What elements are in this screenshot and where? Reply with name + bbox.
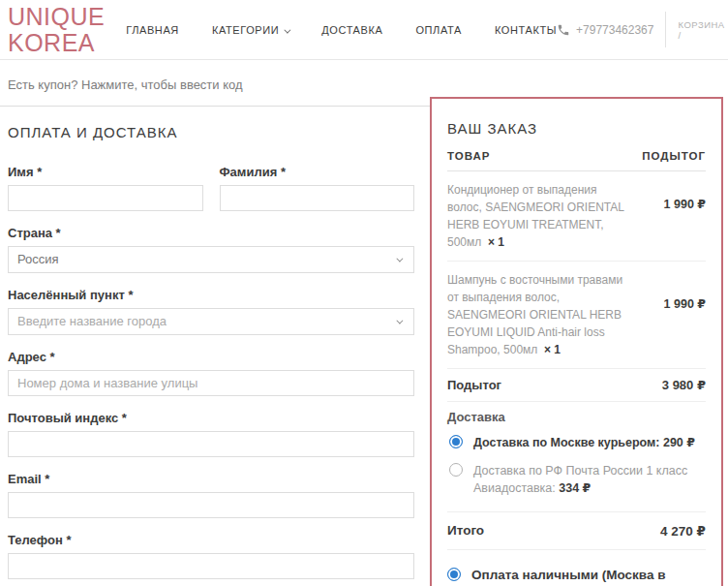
total-value: 4 270 ₽ <box>660 523 706 539</box>
nav-item-delivery[interactable]: ДОСТАВКА <box>321 24 382 36</box>
shipping-price: 290 ₽ <box>663 436 695 449</box>
email-label: Email * <box>8 472 414 486</box>
main-nav: ГЛАВНАЯ КАТЕГОРИИ ДОСТАВКА ОПЛАТА КОНТАК… <box>126 24 557 36</box>
site-logo[interactable]: UNIQUE KOREA <box>8 4 105 55</box>
col-subtotal: ПОДЫТОГ <box>642 150 706 162</box>
subtotal-label: Подытог <box>447 378 501 392</box>
field-last-name: Фамилия * <box>220 165 415 211</box>
order-item-qty: × 1 <box>544 343 561 356</box>
chevron-down-icon <box>396 318 403 324</box>
total-row: Итого 4 270 ₽ <box>447 512 706 550</box>
order-item: Шампунь с восточными травами от выпадени… <box>447 262 706 369</box>
radio-checked-icon[interactable] <box>449 435 463 448</box>
billing-title: ОПЛАТА И ДОСТАВКА <box>8 124 414 140</box>
shipping-option-post[interactable]: Доставка по РФ Почта России 1 класс Авиа… <box>447 456 706 502</box>
order-item-name: Кондиционер от выпадения волос, SAENGMEO… <box>447 181 626 251</box>
field-postcode: Почтовый индекс * <box>8 411 414 457</box>
coupon-notice: Есть купон? Нажмите, чтобы ввести код <box>0 60 431 107</box>
radio-checked-icon[interactable] <box>447 568 461 581</box>
city-placeholder: Введите название города <box>17 314 167 328</box>
phone-number[interactable]: +79773462367 <box>576 23 653 37</box>
total-label: Итого <box>447 523 484 539</box>
order-item: Кондиционер от выпадения волос, SAENGMEO… <box>447 171 706 262</box>
address-input[interactable] <box>8 370 414 396</box>
logo-line-1: UNIQUE <box>8 4 105 29</box>
order-item-price: 1 990 ₽ <box>664 181 706 251</box>
field-city: Населённый пункт * Введите название горо… <box>8 288 414 335</box>
field-phone: Телефон * <box>8 533 414 579</box>
last-name-label: Фамилия * <box>220 165 415 179</box>
chevron-down-icon <box>285 26 291 33</box>
payment-option-cash[interactable]: Оплата наличными (Москва в пределах МКАД… <box>447 550 706 586</box>
order-table-header: ТОВАР ПОДЫТОГ <box>447 150 706 171</box>
nav-item-categories[interactable]: КАТЕГОРИИ <box>212 24 288 36</box>
header-right: +79773462367 КОРЗИНА / 3 980 ₽ 2 <box>557 12 728 47</box>
site-header: UNIQUE KOREA ГЛАВНАЯ КАТЕГОРИИ ДОСТАВКА … <box>0 0 728 60</box>
address-label: Адрес * <box>8 350 414 364</box>
country-label: Страна * <box>8 226 414 240</box>
subtotal-row: Подытог 3 980 ₽ <box>447 369 706 402</box>
city-label: Населённый пункт * <box>8 288 414 302</box>
shipping-price: 334 ₽ <box>559 481 591 495</box>
first-name-label: Имя * <box>8 165 203 179</box>
shipping-options: Доставка по Москве курьером: 290 ₽ Доста… <box>447 428 706 512</box>
field-first-name: Имя * <box>8 165 203 211</box>
phone-block[interactable]: +79773462367 <box>557 23 665 37</box>
phone-input[interactable] <box>8 553 414 579</box>
phone-label: Телефон * <box>8 533 414 547</box>
country-select[interactable]: Россия <box>8 246 414 273</box>
coupon-toggle-link[interactable]: Есть купон? Нажмите, чтобы ввести код <box>8 77 243 92</box>
cart-label: КОРЗИНА / <box>678 19 724 41</box>
checkout-page: UNIQUE KOREA ГЛАВНАЯ КАТЕГОРИИ ДОСТАВКА … <box>0 0 728 586</box>
shipping-caption: Доставка <box>447 402 706 428</box>
logo-line-2: KOREA <box>8 30 105 55</box>
nav-item-home[interactable]: ГЛАВНАЯ <box>126 24 179 36</box>
order-item-price: 1 990 ₽ <box>664 271 706 358</box>
chevron-down-icon <box>396 256 403 262</box>
billing-form: ОПЛАТА И ДОСТАВКА Имя * Фамилия * Страна… <box>8 124 414 579</box>
first-name-input[interactable] <box>8 185 203 211</box>
nav-item-contacts[interactable]: КОНТАКТЫ <box>495 24 557 36</box>
field-address: Адрес * <box>8 350 414 396</box>
order-item-name: Шампунь с восточными травами от выпадени… <box>447 271 626 358</box>
order-title: ВАШ ЗАКАЗ <box>447 120 706 137</box>
cart-block[interactable]: КОРЗИНА / 3 980 ₽ 2 <box>665 12 728 47</box>
order-item-qty: × 1 <box>488 235 504 249</box>
nav-item-payment[interactable]: ОПЛАТА <box>415 24 461 36</box>
email-input[interactable] <box>8 492 414 518</box>
last-name-input[interactable] <box>220 185 415 211</box>
postcode-input[interactable] <box>8 431 414 457</box>
phone-icon <box>557 23 570 37</box>
country-selected-value: Россия <box>17 252 59 266</box>
shipping-option-courier[interactable]: Доставка по Москве курьером: 290 ₽ <box>447 428 706 456</box>
radio-icon[interactable] <box>449 463 463 477</box>
subtotal-value: 3 980 ₽ <box>662 378 706 392</box>
order-review-box: ВАШ ЗАКАЗ ТОВАР ПОДЫТОГ Кондиционер от в… <box>430 97 723 586</box>
field-email: Email * <box>8 472 414 518</box>
field-country: Страна * Россия <box>8 226 414 273</box>
postcode-label: Почтовый индекс * <box>8 411 414 425</box>
city-select[interactable]: Введите название города <box>8 308 414 335</box>
col-product: ТОВАР <box>447 150 490 162</box>
